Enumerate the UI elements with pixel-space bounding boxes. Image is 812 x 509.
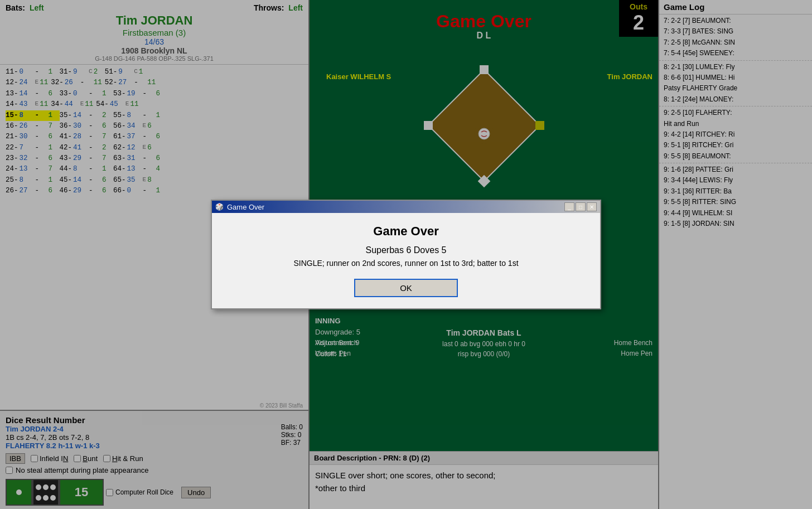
modal-score: Superbas 6 Doves 5 (229, 245, 583, 255)
modal-content: Game Over Superbas 6 Doves 5 SINGLE; run… (212, 213, 600, 308)
modal-play-description: SINGLE; runner on 2nd scores, runner on … (229, 259, 583, 268)
game-over-modal: 🎲 Game Over _ □ ✕ Game Over Superbas 6 D… (211, 200, 601, 309)
modal-overlay[interactable]: 🎲 Game Over _ □ ✕ Game Over Superbas 6 D… (0, 0, 812, 509)
modal-maximize-button[interactable]: □ (576, 202, 586, 211)
modal-title-text: Game Over (229, 224, 583, 239)
modal-close-button[interactable]: ✕ (587, 202, 597, 211)
modal-minimize-button[interactable]: _ (564, 202, 574, 211)
modal-app-icon: 🎲 (215, 203, 224, 211)
modal-titlebar-left: 🎲 Game Over (215, 203, 264, 211)
modal-controls: _ □ ✕ (564, 202, 597, 211)
modal-ok-button[interactable]: OK (354, 279, 458, 297)
modal-title-label: Game Over (227, 203, 264, 211)
modal-titlebar: 🎲 Game Over _ □ ✕ (212, 201, 600, 213)
